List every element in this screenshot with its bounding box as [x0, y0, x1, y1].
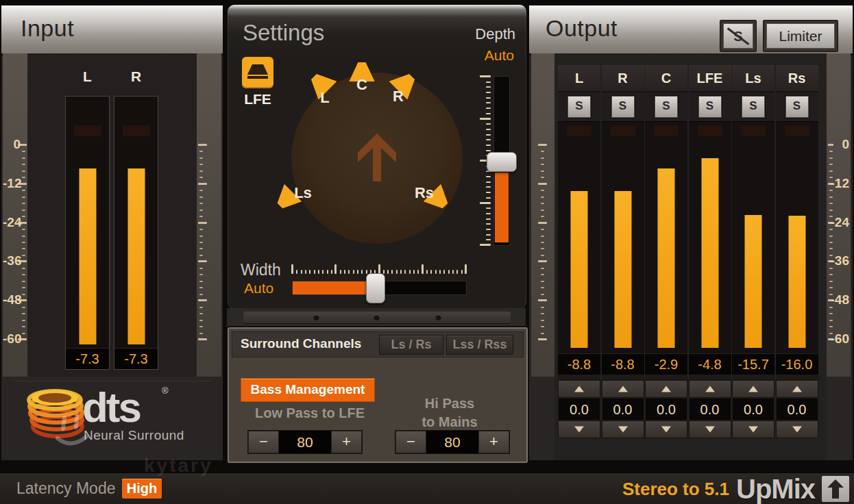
- trim-up-button[interactable]: [776, 380, 818, 398]
- output-meter-well: [645, 121, 687, 353]
- down-arrow-icon: [748, 427, 758, 433]
- input-db-scale-left: 0-12-24-36-48-60: [3, 53, 27, 377]
- solo-row: S: [689, 92, 731, 121]
- depth-slider-fill: [495, 173, 509, 242]
- trim-down-button[interactable]: [645, 420, 687, 438]
- settings-panel: Settings Depth Auto LFE L C R Ls Rs: [227, 4, 527, 310]
- meter-bar: [745, 215, 762, 348]
- input-meter-well: [66, 97, 109, 349]
- output-level-value: -8.8: [558, 353, 600, 375]
- down-arrow-icon: [661, 427, 671, 433]
- hi-pass-label-line1: Hi Pass: [425, 396, 474, 411]
- trim-down-button[interactable]: [558, 420, 600, 438]
- dts-coil-icon: [26, 387, 89, 446]
- solo-button[interactable]: S: [568, 96, 591, 118]
- solo-button[interactable]: S: [785, 96, 809, 118]
- trim-value: 0.0: [732, 398, 774, 420]
- output-db-scale-left: [531, 53, 554, 377]
- bass-management-button[interactable]: Bass Management: [241, 378, 375, 402]
- trim-up-button[interactable]: [689, 380, 731, 398]
- trim-down-button[interactable]: [732, 420, 774, 438]
- dts-wordmark: dts: [82, 383, 140, 431]
- width-slider-handle[interactable]: [366, 273, 385, 303]
- up-arrow-icon: [574, 386, 584, 392]
- low-pass-stepper: − 80 +: [247, 430, 363, 454]
- width-slider-fill: [293, 281, 376, 294]
- lfe-toggle-button[interactable]: [242, 57, 273, 88]
- registered-mark: ®: [162, 386, 169, 396]
- meter-bar: [658, 168, 675, 348]
- hi-pass-minus-button[interactable]: −: [395, 431, 426, 453]
- output-panel: Output S Limiter 0-12-24-36-48-60 L S: [529, 5, 853, 460]
- trim-up-button[interactable]: [732, 380, 774, 398]
- solo-button[interactable]: S: [655, 96, 678, 118]
- solo-button[interactable]: S: [698, 96, 722, 118]
- latency-mode-label: Latency Mode: [16, 479, 115, 498]
- up-arrow-icon: [748, 386, 758, 392]
- low-pass-plus-button[interactable]: +: [331, 431, 362, 453]
- output-title: Output: [546, 15, 618, 42]
- solo-button[interactable]: S: [742, 96, 765, 118]
- output-meter-well: [732, 121, 774, 353]
- input-db-scale-right: [197, 53, 221, 377]
- spacer: [732, 375, 774, 380]
- screw-icon: [435, 314, 441, 320]
- trim-up-button[interactable]: [645, 380, 687, 398]
- input-level-value: -7.3: [114, 348, 158, 369]
- low-pass-label: Low Pass to LFE: [241, 405, 378, 421]
- input-meter: -7.3: [65, 96, 110, 370]
- status-bar: Latency Mode High Stereo to 5.1 UpMix: [0, 473, 854, 504]
- svg-text:S: S: [733, 29, 742, 44]
- solo-defeat-icon: S: [724, 25, 752, 47]
- input-header: Input: [1, 5, 223, 55]
- upmix-brand-group: Stereo to 5.1 UpMix: [622, 473, 849, 504]
- settings-title: Settings: [243, 20, 324, 46]
- output-channel-label: R: [602, 65, 644, 92]
- hi-pass-value: 80: [426, 431, 478, 453]
- output-db-scale-right: 0-12-24-36-48-60: [827, 53, 851, 377]
- input-meters: L -7.3 R -7.3: [27, 53, 197, 377]
- speaker-label-l: L: [320, 89, 329, 107]
- output-meter-well: [689, 121, 731, 353]
- solo-button[interactable]: S: [611, 96, 635, 118]
- meter-bar: [79, 168, 96, 344]
- depth-slider-handle[interactable]: [487, 152, 517, 172]
- output-meter-well: [558, 121, 600, 353]
- limiter-button-label: Limiter: [766, 23, 835, 49]
- down-arrow-icon: [705, 427, 715, 433]
- trim-down-button[interactable]: [602, 420, 644, 438]
- limiter-button[interactable]: Limiter: [763, 20, 838, 52]
- output-channel-label: L: [558, 65, 600, 92]
- solo-defeat-button[interactable]: S: [720, 20, 757, 52]
- output-channel-label: C: [645, 65, 687, 92]
- output-level-value: -16.0: [776, 353, 818, 375]
- hi-pass-plus-button[interactable]: +: [478, 431, 509, 453]
- speaker-label-r: R: [393, 88, 404, 105]
- output-level-value: -4.8: [689, 353, 731, 375]
- trim-down-button[interactable]: [776, 420, 818, 438]
- trim-up-button[interactable]: [558, 380, 600, 398]
- low-pass-minus-button[interactable]: −: [248, 431, 279, 453]
- input-channel: L -7.3: [65, 96, 110, 370]
- surround-mode-lssrss-button[interactable]: Lss / Rss: [446, 335, 513, 355]
- trim-value: 0.0: [645, 398, 687, 420]
- dts-tagline: Neural Surround: [84, 428, 184, 443]
- output-channel: L S -8.8 0.0: [558, 65, 600, 436]
- trim-up-button[interactable]: [602, 380, 644, 398]
- screw-icon: [374, 314, 380, 320]
- output-level-value: -15.7: [732, 353, 774, 375]
- clip-indicator: [741, 125, 766, 136]
- up-arrow-icon: [618, 386, 628, 392]
- trim-down-button[interactable]: [689, 420, 731, 438]
- input-channel-label: L: [65, 68, 110, 85]
- latency-mode-value-badge[interactable]: High: [122, 479, 162, 499]
- surround-mode-lsrs-button[interactable]: Ls / Rs: [379, 335, 443, 355]
- up-arrow-icon: [705, 386, 715, 392]
- output-meter-well: [776, 121, 818, 353]
- spacer: [776, 375, 818, 380]
- output-channel: Rs S -16.0 0.0: [776, 65, 818, 436]
- spacer: [602, 375, 644, 380]
- upmix-mode-text: Stereo to 5.1: [622, 479, 729, 500]
- clip-indicator: [74, 125, 101, 136]
- input-level-value: -7.3: [66, 348, 109, 369]
